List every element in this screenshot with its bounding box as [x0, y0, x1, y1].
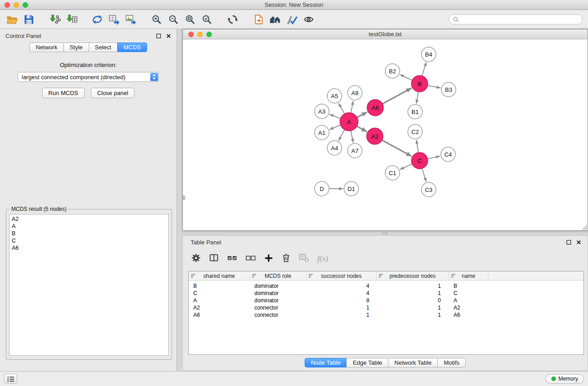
table-cell[interactable]: 1: [377, 290, 449, 297]
table-tab-motifs[interactable]: Motifs: [437, 358, 466, 367]
float-table-panel-icon[interactable]: [566, 240, 571, 245]
graph-node-A6[interactable]: A6: [367, 100, 383, 116]
graph-node-B1[interactable]: B1: [408, 105, 422, 119]
graph-node-A4[interactable]: A4: [327, 141, 342, 155]
apply-function-button[interactable]: f(x): [317, 254, 328, 263]
graph-node-B3[interactable]: B3: [441, 82, 456, 97]
home-button[interactable]: [268, 12, 283, 27]
column-header-predecessor-nodes[interactable]: predecessor nodes: [377, 272, 449, 280]
graph-edge-A-A8[interactable]: [351, 101, 353, 113]
result-item[interactable]: A: [12, 223, 166, 230]
splitter-handle[interactable]: [382, 232, 387, 234]
table-settings-button[interactable]: [191, 253, 201, 265]
column-header-name[interactable]: name: [449, 272, 488, 280]
graph-edge-A-A6[interactable]: [357, 112, 368, 117]
open-session-document-button[interactable]: [251, 12, 266, 27]
show-panels-button[interactable]: [4, 374, 17, 384]
table-cell[interactable]: A6: [449, 311, 488, 319]
table-row[interactable]: Bdominator41B: [189, 282, 583, 290]
graph-node-C[interactable]: C: [411, 152, 428, 169]
refresh-button[interactable]: [225, 12, 240, 27]
export-table-button[interactable]: [106, 12, 122, 27]
graph-edge-B-B1[interactable]: [416, 92, 418, 104]
column-header-MCDS-role[interactable]: MCDS role: [250, 272, 306, 280]
graph-node-C4[interactable]: C4: [441, 147, 455, 162]
select-all-button[interactable]: [227, 253, 238, 265]
table-cell[interactable]: A2: [449, 304, 488, 311]
graph-edge-A-A7[interactable]: [351, 131, 353, 143]
graph-edge-A-A4[interactable]: [339, 130, 345, 141]
graph-node-A8[interactable]: A8: [348, 86, 362, 100]
close-table-panel-icon[interactable]: [576, 240, 581, 245]
graph-node-D[interactable]: D: [315, 181, 329, 196]
result-item[interactable]: C: [12, 237, 166, 244]
graph-node-D1[interactable]: D1: [344, 181, 359, 196]
graph-edge-C-C3[interactable]: [422, 168, 426, 182]
control-tab-network[interactable]: Network: [29, 43, 64, 52]
table-cell[interactable]: dominator: [250, 297, 306, 304]
zoom-view-button[interactable]: [206, 32, 212, 37]
result-item[interactable]: A6: [12, 244, 166, 252]
zoom-selected-button[interactable]: [199, 12, 215, 27]
table-cell[interactable]: connector: [250, 311, 306, 319]
graph-edge-A6-B[interactable]: [382, 88, 412, 104]
delete-table-button[interactable]: [299, 253, 310, 265]
resize-grip[interactable]: [581, 224, 588, 230]
column-header-shared-name[interactable]: shared name: [189, 272, 250, 280]
table-row[interactable]: A6connector11A6: [189, 311, 583, 319]
network-graph[interactable]: B4B2BB3A8A5A6A3B1AC2A1A2A4A7C4CC1C3DD1: [183, 39, 588, 230]
table-cell[interactable]: dominator: [250, 282, 306, 290]
table-cell[interactable]: C: [449, 290, 488, 297]
column-header-successor-nodes[interactable]: successor nodes: [306, 272, 377, 280]
close-panel-button[interactable]: Close panel: [91, 88, 135, 98]
table-cell[interactable]: A2: [189, 304, 250, 311]
import-network-button[interactable]: [47, 12, 62, 27]
table-row[interactable]: A2connector11A2: [189, 304, 583, 311]
result-item[interactable]: A2: [12, 215, 166, 223]
graph-edge-C-C1[interactable]: [400, 164, 412, 169]
save-session-button[interactable]: [21, 12, 37, 27]
graph-node-A1[interactable]: A1: [315, 125, 329, 140]
table-cell[interactable]: 1: [306, 304, 377, 311]
table-cell[interactable]: 0: [377, 297, 449, 304]
result-item[interactable]: B: [12, 230, 166, 237]
table-cell[interactable]: B: [449, 282, 488, 290]
zoom-window-button[interactable]: [23, 2, 28, 8]
search-field[interactable]: [449, 14, 583, 24]
graph-node-B4[interactable]: B4: [421, 47, 436, 62]
zoom-in-button[interactable]: [149, 12, 164, 27]
graph-edge-B-B4[interactable]: [422, 62, 426, 76]
show-columns-button[interactable]: [209, 253, 219, 265]
table-tab-network-table[interactable]: Network Table: [388, 358, 438, 367]
graph-node-C1[interactable]: C1: [385, 166, 400, 180]
network-canvas[interactable]: B4B2BB3A8A5A6A3B1AC2A1A2A4A7C4CC1C3DD1: [183, 39, 588, 230]
graph-edge-A2-C[interactable]: [382, 140, 412, 157]
table-cell[interactable]: C: [189, 290, 250, 297]
zoom-out-button[interactable]: [166, 12, 181, 27]
graph-node-A3[interactable]: A3: [315, 104, 329, 119]
table-tab-edge-table[interactable]: Edge Table: [346, 358, 388, 367]
table-cell[interactable]: A6: [189, 311, 250, 319]
control-tab-select[interactable]: Select: [89, 43, 118, 52]
table-cell[interactable]: 1: [377, 311, 449, 319]
table-cell[interactable]: 1: [377, 282, 449, 290]
mcds-result-list[interactable]: A2ABCA6: [9, 214, 169, 356]
graph-edge-A-A3[interactable]: [330, 114, 341, 118]
network-window-titlebar[interactable]: testGlobe.txt: [183, 29, 588, 39]
apply-style-button[interactable]: [284, 12, 300, 27]
close-window-button[interactable]: [5, 2, 10, 8]
export-network-button[interactable]: [90, 12, 105, 27]
import-table-button[interactable]: [64, 12, 79, 27]
table-row[interactable]: Cdominator41C: [189, 290, 583, 297]
show-hide-button[interactable]: [301, 12, 316, 27]
close-view-button[interactable]: [188, 32, 194, 37]
table-cell[interactable]: A: [449, 297, 488, 304]
control-tab-style[interactable]: Style: [63, 43, 89, 52]
graph-edge-C-C4[interactable]: [428, 156, 440, 159]
graph-node-A[interactable]: A: [340, 113, 358, 131]
deselect-all-button[interactable]: [245, 253, 256, 265]
float-panel-icon[interactable]: [156, 33, 161, 38]
export-image-button[interactable]: [123, 12, 139, 27]
minimize-view-button[interactable]: [197, 32, 203, 37]
graph-node-B[interactable]: B: [411, 76, 428, 92]
